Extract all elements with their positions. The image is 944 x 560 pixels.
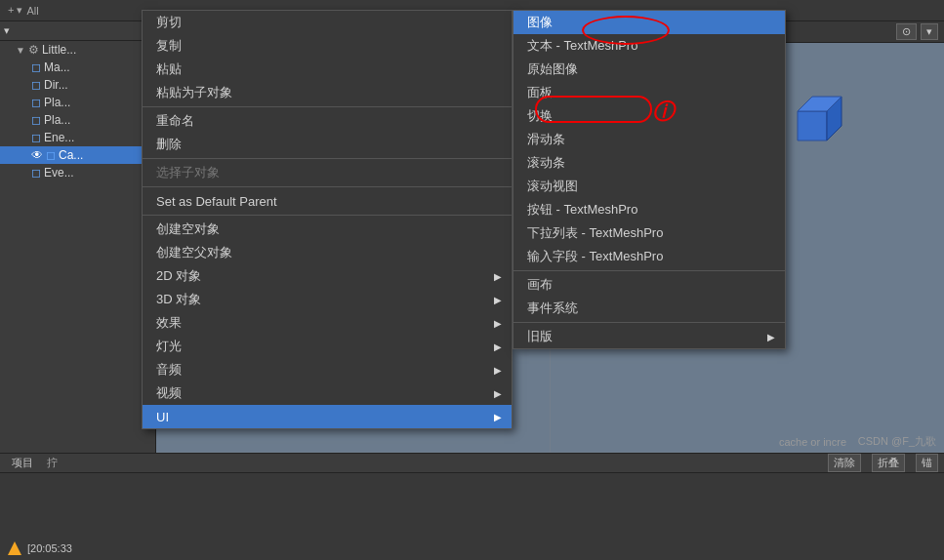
sub-menu-item-input-tmp[interactable]: 输入字段 - TextMeshPro — [513, 245, 785, 268]
tab-control[interactable]: 拧 — [47, 456, 58, 470]
sub-menu-item-event-system[interactable]: 事件系统 — [513, 297, 785, 320]
submenu-arrow-audio: ▶ — [494, 365, 502, 376]
scene-tool-btn6[interactable]: ▾ — [921, 23, 938, 40]
submenu-arrow-video: ▶ — [494, 388, 502, 399]
console-text-right: cache or incre — [779, 436, 846, 448]
menu-item-paste[interactable]: 粘贴 — [143, 58, 512, 81]
bottom-panel: 项目 拧 清除 折叠 锚 [20:05:33 — [0, 453, 944, 560]
sub-menu-item-toggle[interactable]: 切换 — [513, 104, 785, 128]
menu-item-set-default-parent[interactable]: Set as Default Parent — [143, 189, 512, 213]
toolbar-all-btn[interactable]: All — [26, 5, 38, 17]
menu-item-rename[interactable]: 重命名 — [143, 109, 512, 133]
btn-anchor[interactable]: 锚 — [916, 454, 938, 472]
menu-item-create-empty-parent[interactable]: 创建空父对象 — [143, 241, 512, 264]
console-message: [20:05:33 — [4, 540, 76, 557]
tab-project[interactable]: 项目 — [6, 454, 39, 472]
sub-menu-item-text-tmp[interactable]: 文本 - TextMeshPro — [513, 34, 785, 58]
bottom-panel-header: 项目 拧 清除 折叠 锚 — [0, 454, 944, 473]
btn-clear[interactable]: 清除 — [828, 454, 861, 472]
submenu-arrow-light: ▶ — [494, 341, 502, 352]
submenu-arrow-3d: ▶ — [494, 295, 502, 305]
cube-icon: ◻ — [31, 96, 41, 109]
sub-menu-item-dropdown-tmp[interactable]: 下拉列表 - TextMeshPro — [513, 221, 785, 245]
sub-menu-item-scrollbar[interactable]: 滚动条 — [513, 151, 785, 175]
menu-item-copy[interactable]: 复制 — [143, 34, 512, 58]
hierarchy-item-eve[interactable]: ◻ Eve... — [0, 164, 155, 181]
sub-menu-item-panel[interactable]: 面板 — [513, 81, 785, 104]
menu-separator-2 — [143, 158, 512, 159]
menu-item-ui[interactable]: UI ▶ — [143, 405, 512, 428]
sub-menu-item-raw-image[interactable]: 原始图像 — [513, 58, 785, 81]
hierarchy-item-ca[interactable]: 👁 ◻ Ca... — [0, 146, 155, 164]
hierarchy-title: ▾ — [4, 24, 10, 37]
menu-separator-1 — [143, 106, 512, 107]
expand-icon: ▼ — [16, 45, 25, 56]
hierarchy-panel: ▾ ▼ ⚙ Little... ◻ Ma... ◻ Dir... ◻ Pla..… — [0, 21, 156, 470]
context-menu-main: 剪切 复制 粘贴 粘贴为子对象 重命名 删除 选择子对象 Set as Defa… — [142, 10, 513, 429]
hierarchy-item-label: Ma... — [44, 60, 70, 74]
cube-icon: ◻ — [31, 113, 41, 127]
eye-icon: 👁 — [31, 148, 43, 162]
menu-item-3d[interactable]: 3D 对象 ▶ — [143, 288, 512, 311]
cube-icon: ◻ — [31, 78, 41, 92]
context-menu-sub-ui: 图像 文本 - TextMeshPro 原始图像 面板 切换 滑动条 滚动条 滚… — [513, 10, 786, 349]
toolbar-all-label: + ▾ — [8, 4, 22, 17]
menu-item-paste-child[interactable]: 粘贴为子对象 — [143, 81, 512, 104]
cube-icon: ◻ — [46, 148, 56, 162]
console-area: [20:05:33 — [0, 473, 944, 560]
gear-icon: ⚙ — [28, 43, 39, 57]
cube-icon: ◻ — [31, 60, 41, 74]
submenu-arrow-legacy: ▶ — [767, 332, 775, 342]
cube-icon: ◻ — [31, 131, 41, 144]
warning-icon — [8, 541, 21, 555]
hierarchy-item-ene[interactable]: ◻ Ene... — [0, 129, 155, 146]
submenu-arrow-2d: ▶ — [494, 271, 502, 282]
submenu-arrow-effects: ▶ — [494, 318, 502, 329]
cube-icon: ◻ — [31, 166, 41, 180]
svg-marker-0 — [798, 111, 827, 140]
sub-menu-separator-2 — [513, 322, 785, 323]
hierarchy-item-label: Pla... — [44, 113, 70, 127]
btn-collapse[interactable]: 折叠 — [872, 454, 905, 472]
sub-menu-item-canvas[interactable]: 画布 — [513, 273, 785, 297]
hierarchy-item-ma[interactable]: ◻ Ma... — [0, 59, 155, 76]
menu-item-delete[interactable]: 删除 — [143, 133, 512, 156]
hierarchy-item-label: Little... — [42, 43, 76, 57]
menu-item-select-children[interactable]: 选择子对象 — [143, 161, 512, 184]
hierarchy-item-label: Ca... — [59, 148, 83, 162]
sub-menu-item-button-tmp[interactable]: 按钮 - TextMeshPro — [513, 198, 785, 221]
hierarchy-item-pla2[interactable]: ◻ Pla... — [0, 111, 155, 129]
hierarchy-header: ▾ — [0, 21, 155, 41]
sub-menu-separator-1 — [513, 270, 785, 271]
3d-cube — [778, 92, 846, 160]
hierarchy-item-label: Pla... — [44, 96, 70, 109]
menu-item-2d[interactable]: 2D 对象 ▶ — [143, 264, 512, 288]
submenu-arrow-ui: ▶ — [494, 412, 502, 422]
sub-menu-item-legacy[interactable]: 旧版 ▶ — [513, 325, 785, 348]
hierarchy-item-dir[interactable]: ◻ Dir... — [0, 76, 155, 94]
watermark: CSDN @F_九歌 — [858, 434, 936, 449]
sub-menu-item-slider[interactable]: 滑动条 — [513, 128, 785, 151]
menu-separator-3 — [143, 186, 512, 187]
menu-item-create-empty[interactable]: 创建空对象 — [143, 218, 512, 241]
menu-item-audio[interactable]: 音频 ▶ — [143, 358, 512, 381]
menu-item-cut[interactable]: 剪切 — [143, 11, 512, 34]
sub-menu-item-scroll-view[interactable]: 滚动视图 — [513, 175, 785, 198]
hierarchy-item-littlestar[interactable]: ▼ ⚙ Little... — [0, 41, 155, 59]
console-timestamp: [20:05:33 — [27, 542, 72, 554]
hierarchy-item-pla1[interactable]: ◻ Pla... — [0, 94, 155, 111]
menu-item-effects[interactable]: 效果 ▶ — [143, 311, 512, 335]
scene-tool-btn5[interactable]: ⊙ — [896, 23, 917, 40]
menu-item-light[interactable]: 灯光 ▶ — [143, 335, 512, 358]
hierarchy-item-label: Dir... — [44, 78, 68, 92]
menu-item-video[interactable]: 视频 ▶ — [143, 381, 512, 405]
hierarchy-item-label: Eve... — [44, 166, 74, 180]
hierarchy-item-label: Ene... — [44, 131, 74, 144]
menu-separator-4 — [143, 215, 512, 216]
sub-menu-item-image[interactable]: 图像 — [513, 11, 785, 34]
